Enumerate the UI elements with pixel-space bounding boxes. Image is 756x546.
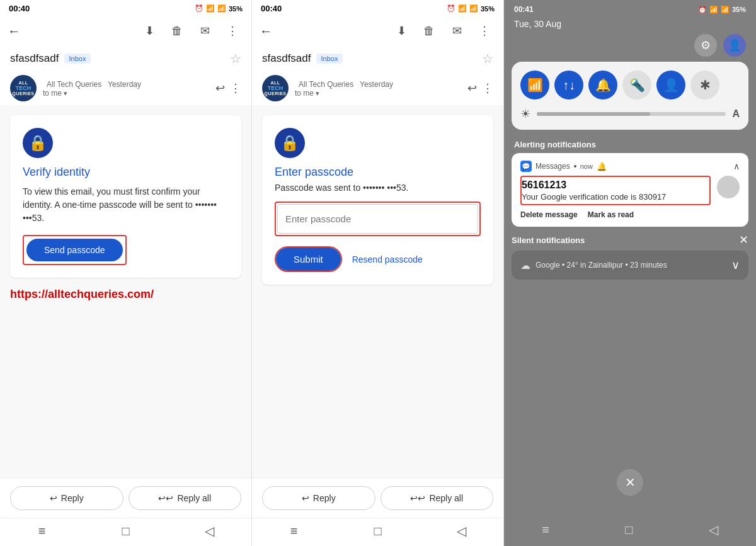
messages-app-icon: 💬 [520,161,532,172]
notif-sender-avatar [717,176,740,198]
notification-shade: 00:41 ⏰ 📶 📶 35% Tue, 30 Aug ⚙ 👤 📶 ↑↓ 🔔 🔦… [504,0,756,546]
notif-code: 56161213 [522,179,709,191]
wifi-icon-2: 📶 [458,4,467,13]
font-size-button[interactable]: A [732,108,740,120]
verify-text: To view this email, you must first confi… [23,185,229,225]
email-content-2: 🔒 Enter passcode Passcode was sent to ••… [252,105,503,478]
notif-time-label: now [580,162,593,170]
delete-message-button[interactable]: Delete message [520,210,578,219]
time-1: 00:40 [9,4,30,13]
silent-notification: ☁ Google • 24° in Zainallipur • 23 minut… [512,251,748,280]
status-bar-2: 00:40 ⏰ 📶 📶 35% [252,0,503,16]
more-icon-1[interactable]: ⋮ [221,20,244,42]
notif-nav-bar: ≡ □ ◁ [504,516,756,546]
delete-icon-1[interactable]: 🗑 [166,20,188,42]
more-icon-2[interactable]: ⋮ [473,20,496,42]
settings-icon[interactable]: ⚙ [694,34,717,57]
accounts-toggle[interactable]: 👤 [656,71,685,100]
archive-icon-2[interactable]: ⬇ [390,20,413,42]
passcode-sent-text: Passcode was sent to ••••••• •••53. [275,183,481,193]
passcode-input-highlight [275,202,481,236]
close-notification-shade-button[interactable]: ✕ [617,469,643,496]
reply-all-button-2[interactable]: ↩↩ Reply all [381,486,494,510]
notif-expand-icon[interactable]: ∧ [733,161,740,171]
status-bar-1: 00:40 ⏰ 📶 📶 35% [0,0,251,16]
wifi-toggle[interactable]: 📶 [520,71,549,100]
passcode-card: 🔒 Enter passcode Passcode was sent to ••… [262,115,493,285]
reply-icon-2[interactable]: ↩ [467,81,477,95]
reply-bar-2: ↩ Reply ↩↩ Reply all [252,478,503,518]
menu-nav-2[interactable]: ≡ [282,524,307,538]
verify-card: 🔒 Verify identity To view this email, yo… [10,115,241,278]
back-nav-2[interactable]: ◁ [449,523,474,538]
back-nav-1[interactable]: ◁ [197,523,222,538]
back-button-2[interactable]: ← [260,24,272,38]
mark-as-read-button[interactable]: Mark as read [588,210,634,219]
user-avatar-icon[interactable]: 👤 [723,34,746,57]
inbox-badge-1: Inbox [64,54,91,64]
home-nav-3[interactable]: □ [625,523,633,537]
brightness-icon: ☀ [520,107,530,121]
notif-body-row: 56161213 Your Google verification code i… [520,176,740,219]
passcode-icon: 🔒 [275,128,305,158]
notif-body: Your Google verification code is 830917 [522,192,709,202]
data-toggle[interactable]: ↑↓ [554,71,583,100]
sender-name-1: All Tech Queries Yesterday [43,79,209,89]
home-nav-2[interactable]: □ [365,524,391,538]
submit-button[interactable]: Submit [276,247,341,271]
menu-nav-3[interactable]: ≡ [542,523,549,537]
delete-icon-2[interactable]: 🗑 [418,20,440,42]
alarm-icon-2: ⏰ [447,4,455,13]
star-button-2[interactable]: ☆ [482,51,493,66]
send-passcode-highlight: Send passcode [23,235,127,265]
brightness-slider[interactable] [537,112,726,116]
action-bar-2: ← ⬇ 🗑 ✉ ⋮ [252,16,503,46]
inbox-badge-2: Inbox [316,54,343,64]
archive-icon-1[interactable]: ⬇ [138,20,161,42]
sender-to-1[interactable]: to me ▾ [43,89,209,98]
sender-avatar-1: ALL TECH QUERIES [10,75,37,101]
resend-link[interactable]: Resend passcode [352,254,423,264]
subject-title-2: sfasdfsadf [262,52,311,65]
passcode-title: Enter passcode [275,166,481,179]
alarm-icon: ⏰ [195,4,203,13]
nav-bar-2: ≡ □ ◁ [252,518,503,546]
email-icon-1[interactable]: ✉ [193,20,216,42]
reply-all-button-1[interactable]: ↩↩ Reply all [129,486,242,510]
sender-actions-2: ↩ ⋮ [467,81,493,95]
reply-icon-1[interactable]: ↩ [215,81,225,95]
send-passcode-button[interactable]: Send passcode [26,239,123,261]
bluetooth-toggle[interactable]: ✱ [690,71,719,100]
notif-header: 💬 Messages now 🔔 ∧ [520,161,740,172]
reply-button-2[interactable]: ↩ Reply [262,486,375,510]
panel-enter-passcode: 00:40 ⏰ 📶 📶 35% ← ⬇ 🗑 ✉ ⋮ sfasdfsadf Inb… [252,0,504,546]
more-sender-icon-1[interactable]: ⋮ [230,81,241,95]
back-button-1[interactable]: ← [8,24,20,38]
sender-to-2[interactable]: to me ▾ [295,89,461,98]
sender-info-1: All Tech Queries Yesterday to me ▾ [43,79,209,98]
home-nav-1[interactable]: □ [113,524,139,538]
wifi-icon: 📶 [206,4,215,13]
sender-row-1: ALL TECH QUERIES All Tech Queries Yester… [0,70,251,105]
brightness-row: ☀ A [520,107,740,121]
quick-settings: 📶 ↑↓ 🔔 🔦 👤 ✱ ☀ A [512,62,748,130]
email-icon-2[interactable]: ✉ [445,20,468,42]
notif-app-row: 💬 Messages now 🔔 [520,161,607,172]
flashlight-toggle[interactable]: 🔦 [622,71,651,100]
battery-2: 35% [481,5,495,13]
reply-all-icon-1: ↩↩ [158,493,173,503]
battery-1: 35% [229,5,243,13]
brightness-fill [537,112,650,116]
silent-close-icon[interactable]: ✕ [739,233,748,247]
menu-nav-1[interactable]: ≡ [30,524,55,538]
subject-title-1: sfasdfsadf [10,52,59,65]
passcode-input[interactable] [277,204,478,234]
silent-expand-icon[interactable]: ∨ [731,258,740,272]
back-nav-3[interactable]: ◁ [709,522,718,537]
signal-icon: 📶 [217,4,226,13]
reply-button-1[interactable]: ↩ Reply [10,486,123,510]
silent-section-row: Silent notifications ✕ [504,233,756,251]
bell-toggle[interactable]: 🔔 [588,71,617,100]
more-sender-icon-2[interactable]: ⋮ [482,81,493,95]
star-button-1[interactable]: ☆ [230,51,241,66]
